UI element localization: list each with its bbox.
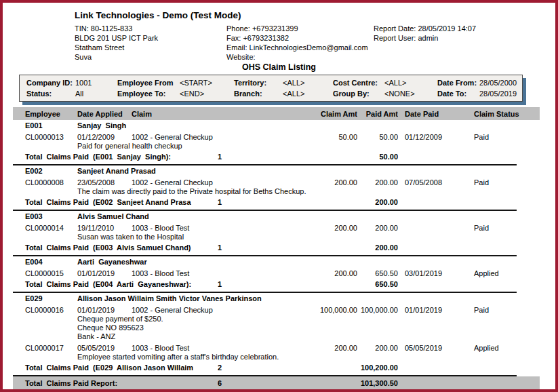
filter-label: Date From: <box>437 79 479 87</box>
filter-field: Branch:<ALL> <box>234 90 333 98</box>
group-total-label: Total Claims Paid (E002 Sanjeet Anand Pr… <box>13 198 218 206</box>
group-total-amount: 200.00 <box>357 243 398 252</box>
claim-date-applied: 01/01/2019 <box>77 269 132 277</box>
filter-row-1: Company ID:1001Employee From<START>Terri… <box>26 77 521 88</box>
claim-description: 1002 - General Checkup <box>132 178 284 187</box>
employee-name: Alvis Samuel Chand <box>77 212 538 220</box>
group-total-label: Total Claims Paid (E001 Sanjay Singh): <box>13 153 218 161</box>
employee-name: Sanjeet Anand Prasad <box>77 167 538 175</box>
claim-amount: 200.00 <box>284 344 357 352</box>
company-address-line: Suva <box>75 52 226 62</box>
claim-description: 1003 - Blood Test <box>132 269 284 277</box>
column-header-employee: Employee <box>13 110 77 118</box>
filter-value: 1001 <box>75 79 117 87</box>
date-paid: 07/05/2008 <box>398 178 460 187</box>
claim-amount: 100,000.00 <box>284 306 357 314</box>
group-total-row: Total Claims Paid (E029 Allison Jason Wi… <box>13 361 540 374</box>
filter-label: Group By: <box>333 90 384 98</box>
claim-amount: 200.00 <box>284 269 357 277</box>
group-total-count: 2 <box>218 364 357 372</box>
employee-group: E001Sanjay SinghCL000001301/12/20091002 … <box>13 120 540 165</box>
group-total-count: 1 <box>218 243 357 252</box>
employee-group: E029Allison Jason Willaim Smith Victor V… <box>13 293 540 376</box>
group-total-count: 1 <box>218 153 357 161</box>
group-total-label: Total Claims Paid (E003 Alvis Samuel Cha… <box>13 243 218 252</box>
group-total-amount: 50.00 <box>357 153 398 161</box>
group-header-row: E004Aarti Gayaneshwar <box>13 256 540 266</box>
claim-note-row: Susan was taken to the Hospital <box>13 232 540 241</box>
employee-id: E029 <box>13 294 77 302</box>
filter-label: Date To: <box>437 90 479 98</box>
spacer <box>398 364 540 372</box>
group-header-row: E003Alvis Samuel Chand <box>13 211 540 220</box>
claim-note-row: Bank - ANZ <box>13 332 540 340</box>
claim-status: Paid <box>460 133 538 141</box>
report-meta: Report Date: 28/05/2019 14:07Report User… <box>374 24 544 62</box>
group-total-amount: 200.00 <box>357 198 398 206</box>
group-total-amount: 650.50 <box>357 280 398 288</box>
filter-field: Employee To:<END> <box>117 90 234 98</box>
date-paid: 01/01/2019 <box>398 306 460 314</box>
filter-value: <ALL> <box>384 79 437 87</box>
employee-id: E001 <box>13 121 77 130</box>
report-page: Link Technologies - Demo (Test Mode) TIN… <box>0 0 558 392</box>
date-paid: 03/01/2019 <box>398 269 460 277</box>
claim-id: CL0000015 <box>13 269 77 277</box>
company-address: TIN: 80-1125-833BLDG 201 USP ICT ParkSta… <box>75 24 226 62</box>
claim-row: CL000001301/12/20091002 - General Checku… <box>13 130 540 141</box>
claim-note-row: Employee started vomiting after a staff'… <box>13 352 540 361</box>
group-total-row: Total Claims Paid (E001 Sanjay Singh):15… <box>13 150 540 163</box>
filter-label: Territory: <box>234 79 283 87</box>
column-header-claim-amt: Claim Amt <box>284 110 357 118</box>
claim-row: CL000000823/05/20081002 - General Checku… <box>13 175 540 187</box>
employee-group: E002Sanjeet Anand PrasadCL000000823/05/2… <box>13 165 540 211</box>
filter-value: <START> <box>180 79 234 87</box>
employee-id: E002 <box>13 167 77 175</box>
column-header-claim: Claim <box>132 110 284 118</box>
claim-row: CL000001419/11/20101003 - Blood Test200.… <box>13 220 540 232</box>
claim-description: 1002 - General Checkup <box>132 306 284 314</box>
column-header-date-paid: Date Paid <box>398 110 460 118</box>
claim-id: CL0000008 <box>13 178 77 187</box>
report-meta-line: Report Date: 28/05/2019 14:07 <box>374 24 544 33</box>
claim-description: 1003 - Blood Test <box>132 344 284 352</box>
employee-name: Sanjay Singh <box>77 121 538 130</box>
filter-value: 28/05/2000 <box>479 79 517 87</box>
group-total-row: Total Claims Paid (E002 Sanjeet Anand Pr… <box>13 195 540 208</box>
claim-note-row: Paid for general health checkup <box>13 141 540 150</box>
filter-panel: Company ID:1001Employee From<START>Terri… <box>19 75 523 102</box>
claim-note-row: Cheque NO 895623 <box>13 323 540 332</box>
claims-table: EmployeeDate AppliedClaimClaim AmtPaid A… <box>13 107 540 389</box>
employee-group: E004Aarti GayaneshwarCL000001501/01/2019… <box>13 256 540 293</box>
filter-field: Group By:<NONE> <box>333 90 437 98</box>
employee-group: E003Alvis Samuel ChandCL000001419/11/201… <box>13 211 540 256</box>
company-contact: Phone: +6793231399Fax: +6793231382Email:… <box>226 24 374 62</box>
employee-name: Allison Jason Willaim Smith Victor Vanes… <box>77 294 538 302</box>
filter-label: Company ID: <box>26 79 75 87</box>
paid-amount: 100,000.00 <box>357 306 398 314</box>
paid-amount: 50.00 <box>357 133 398 141</box>
filter-label: Branch: <box>234 90 283 98</box>
claim-note-row: Cheque payment of $250. <box>13 314 540 323</box>
claim-date-applied: 23/05/2008 <box>77 178 132 187</box>
paid-amount: 200.00 <box>357 224 398 232</box>
date-paid: 05/05/2019 <box>398 344 460 352</box>
claim-note-row: The claim was directly paid to the Priva… <box>13 187 540 195</box>
claim-status: Paid <box>460 178 538 187</box>
employee-id: E003 <box>13 212 77 220</box>
company-info: TIN: 80-1125-833BLDG 201 USP ICT ParkSta… <box>75 24 544 62</box>
group-total-label: Total Claims Paid (E004 Aarti Gayaneshwa… <box>13 280 218 288</box>
claim-amount: 50.00 <box>284 133 357 141</box>
claim-description: 1002 - General Checkup <box>132 133 284 141</box>
claim-date-applied: 01/01/2019 <box>77 306 132 314</box>
claim-id: CL0000017 <box>13 344 77 352</box>
filter-field: Status:All <box>26 90 117 98</box>
spacer <box>398 198 540 206</box>
claim-status: Applied <box>460 344 538 352</box>
claim-date-applied: 19/11/2010 <box>77 224 132 232</box>
spacer <box>398 243 540 252</box>
report-total-amount: 101,300.50 <box>357 379 398 387</box>
claim-amount: 200.00 <box>284 178 357 187</box>
claim-row: CL000001601/01/20191002 - General Checku… <box>13 302 540 314</box>
spacer <box>398 153 540 161</box>
